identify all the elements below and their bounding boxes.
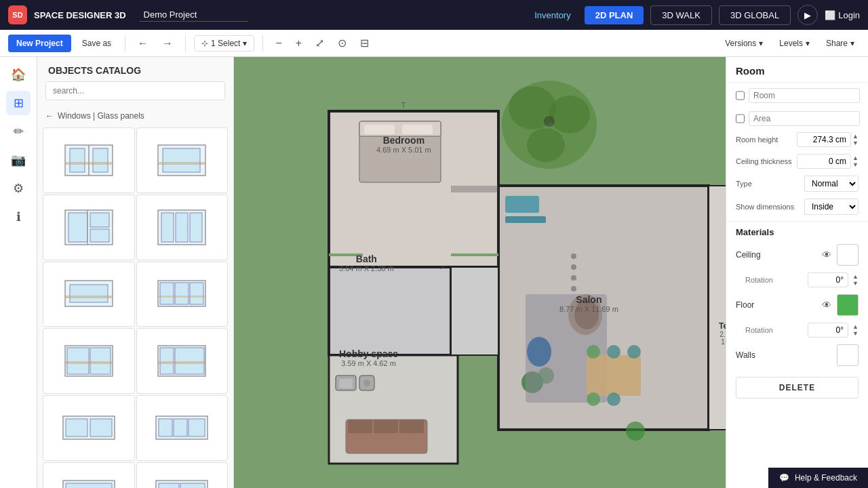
3d-global-button[interactable]: 3D GLOBAL [719, 5, 791, 25]
project-name-input[interactable] [140, 8, 248, 22]
scroll-dot-3 [571, 275, 576, 281]
back-nav-label: Windows | Glass panels [58, 111, 144, 121]
canvas-area[interactable]: T Bedroom 4.69 m X 5.01 m Bath 3.64 m X … [234, 57, 726, 488]
window-icon-2 [155, 142, 209, 179]
svg-point-80 [527, 337, 551, 367]
svg-rect-9 [68, 213, 87, 242]
sidebar-info-icon[interactable]: ℹ [6, 205, 31, 229]
svg-rect-58 [329, 253, 363, 256]
inventory-button[interactable]: Inventory [528, 7, 577, 23]
ceiling-rotation-down[interactable]: ▼ [852, 280, 859, 287]
new-project-button[interactable]: New Project [8, 35, 71, 52]
grid-button[interactable]: ⊟ [356, 35, 373, 51]
panel-toggle[interactable]: PROPERTIES [726, 57, 726, 488]
toolbar: New Project Save as ← → ⊹ 1 Select ▾ − +… [0, 30, 868, 57]
back-button[interactable]: ← [134, 36, 153, 51]
room-name-input[interactable] [749, 88, 860, 103]
window-icon-6 [155, 275, 209, 312]
svg-rect-2 [93, 148, 108, 172]
catalog-item-4[interactable] [136, 195, 229, 260]
catalog-item-12[interactable] [136, 462, 229, 488]
help-feedback-bar[interactable]: 💬 Help & Feedback [768, 468, 868, 488]
catalog-item-5[interactable] [43, 262, 135, 327]
share-label: Share [826, 39, 848, 48]
catalog-item-11[interactable] [43, 462, 135, 488]
zoom-in-button[interactable]: + [292, 36, 306, 51]
room-height-value-group: ▲ ▼ [797, 132, 859, 147]
play-button[interactable]: ▶ [797, 5, 818, 25]
room-name-more-button[interactable]: ⋮ [864, 89, 868, 102]
ceiling-thickness-input[interactable] [797, 154, 851, 169]
catalog-item-10[interactable] [136, 395, 229, 461]
ceiling-thickness-up[interactable]: ▲ [852, 155, 859, 161]
2d-plan-button[interactable]: 2D PLAN [585, 6, 644, 24]
area-row [726, 106, 868, 129]
login-button[interactable]: ⬜ Login [825, 10, 860, 20]
sidebar-draw-icon[interactable]: ✏ [6, 119, 31, 144]
cursor-icon: ⊹ [201, 39, 208, 48]
area-checkbox[interactable] [736, 114, 745, 123]
floor-rotation-input[interactable] [808, 323, 848, 338]
ceiling-thickness-down[interactable]: ▼ [852, 161, 859, 168]
catalog-back-nav[interactable]: ← Windows | Glass panels [37, 107, 233, 127]
type-value-group: Normal Open Outdoor [804, 176, 859, 192]
svg-point-69 [607, 345, 620, 359]
catalog-item-7[interactable] [43, 328, 135, 394]
levels-button[interactable]: Levels ▾ [774, 36, 815, 51]
catalog-item-1[interactable] [43, 127, 135, 193]
ceiling-visibility-button[interactable]: 👁 [822, 249, 831, 260]
versions-button[interactable]: Versions ▾ [719, 36, 768, 51]
catalog-panel: OBJECTS CATALOG ← Windows | Glass panels [37, 57, 234, 488]
area-input[interactable] [749, 111, 860, 126]
type-select[interactable]: Normal Open Outdoor [804, 176, 859, 192]
sidebar-camera-icon[interactable]: 📷 [6, 148, 31, 172]
ceiling-material-swatch[interactable] [837, 244, 859, 266]
floor-visibility-button[interactable]: 👁 [822, 300, 831, 310]
sidebar-settings-icon[interactable]: ⚙ [6, 176, 31, 201]
select-button[interactable]: ⊹ 1 Select ▾ [194, 35, 254, 52]
ceiling-rotation-input[interactable] [808, 272, 848, 287]
topbar: SD SPACE DESIGNER 3D Inventory 2D PLAN 3… [0, 0, 868, 30]
floor-rotation-down[interactable]: ▼ [852, 330, 859, 337]
forward-button[interactable]: → [158, 36, 177, 51]
svg-point-71 [587, 392, 600, 406]
sidebar-layers-icon[interactable]: ⊞ [6, 91, 31, 115]
sidebar-home-icon[interactable]: 🏠 [6, 62, 31, 87]
show-dimensions-select[interactable]: Inside Outside None [804, 199, 859, 215]
catalog-item-8[interactable] [136, 328, 229, 394]
zoom-out-button[interactable]: − [271, 36, 285, 51]
svg-rect-67 [587, 355, 641, 396]
fit-view-button[interactable]: ⤢ [311, 35, 328, 51]
catalog-item-2[interactable] [136, 127, 229, 193]
center-button[interactable]: ⊙ [334, 35, 351, 51]
floor-material-swatch[interactable] [837, 294, 859, 316]
room-height-label: Room height [736, 136, 793, 144]
room-panel-title: Room [726, 57, 868, 83]
catalog-item-3[interactable] [43, 195, 135, 260]
floor-rotation-up[interactable]: ▲ [852, 323, 859, 330]
catalog-item-9[interactable] [43, 395, 135, 461]
svg-rect-28 [65, 361, 113, 364]
room-height-input[interactable] [797, 132, 851, 147]
ceiling-rotation-spinner: ▲ ▼ [852, 273, 859, 287]
svg-rect-85 [364, 125, 395, 134]
room-height-up[interactable]: ▲ [852, 133, 859, 140]
room-height-down[interactable]: ▼ [852, 140, 859, 146]
delete-button[interactable]: DELETE [736, 377, 859, 399]
ceiling-rotation-up[interactable]: ▲ [852, 273, 859, 280]
svg-rect-59 [451, 253, 498, 256]
room-height-row: Room height ▲ ▼ [726, 129, 868, 150]
svg-rect-4 [65, 162, 113, 165]
save-as-button[interactable]: Save as [77, 36, 117, 51]
window-icon-5 [62, 275, 116, 312]
catalog-item-6[interactable] [136, 262, 229, 327]
show-dimensions-label: Show dimensions [736, 203, 800, 211]
scroll-dot-2 [571, 264, 576, 270]
3d-walk-button[interactable]: 3D WALK [650, 5, 712, 25]
svg-rect-14 [161, 213, 174, 242]
panel-arrow-toggle[interactable]: › [726, 62, 726, 89]
room-name-checkbox[interactable] [736, 91, 745, 100]
walls-material-swatch[interactable] [837, 344, 859, 366]
catalog-search-input[interactable] [45, 81, 225, 100]
share-button[interactable]: Share ▾ [821, 36, 860, 51]
